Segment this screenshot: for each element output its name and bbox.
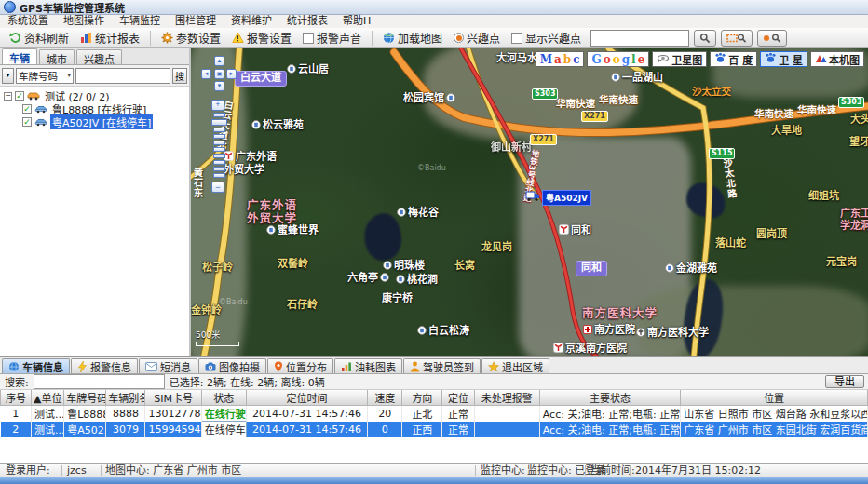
pan-center-button[interactable]: ▣ <box>214 69 224 79</box>
radio-icon[interactable] <box>454 33 464 43</box>
map-search-button[interactable] <box>694 30 716 47</box>
map-label: 细姐坑 <box>808 191 839 203</box>
rect-select-search-button[interactable] <box>721 30 753 47</box>
menu-item-1[interactable]: 地图操作 <box>56 15 112 28</box>
table-cell: 3079 <box>106 422 145 437</box>
collapse-icon[interactable]: − <box>4 92 12 101</box>
app-icon <box>4 1 16 13</box>
plate-search-input[interactable] <box>75 68 170 84</box>
menu-item-2[interactable]: 车辆监控 <box>112 15 168 28</box>
column-header-11[interactable]: 主要状态 <box>539 390 680 406</box>
column-header-1[interactable]: ▲单位 <box>32 390 64 406</box>
bottom-tab-3[interactable]: 图像拍摄 <box>198 358 266 373</box>
toolbar-button-2[interactable]: 参数设置 <box>156 29 226 47</box>
column-header-5[interactable]: 状态 <box>201 390 246 406</box>
map-label: 龙见岗 <box>481 242 512 254</box>
grid-search-input[interactable] <box>34 374 165 389</box>
zoom-out-button[interactable]: − <box>211 182 224 193</box>
bottom-tab-2[interactable]: 短消息 <box>139 358 197 373</box>
menu-item-5[interactable]: 统计报表 <box>279 15 335 28</box>
zoom-tick <box>213 141 225 145</box>
tree-group-row[interactable]: −✓测试 (2/ 0/ 2) <box>0 89 189 102</box>
map-provider-2[interactable]: 卫星图 <box>652 51 707 67</box>
tree-vehicle-row[interactable]: ✓鲁L8888 [在线行驶] <box>0 102 189 115</box>
toolbar-button-3[interactable]: 报警设置 <box>226 29 297 47</box>
pan-up-button[interactable]: ▲ <box>214 56 224 66</box>
bottom-tab-0[interactable]: 车辆信息 <box>2 358 70 373</box>
menu-item-6[interactable]: 帮助H <box>335 15 378 28</box>
column-header-12[interactable]: 位置 <box>681 390 868 406</box>
checkbox-icon[interactable]: ✓ <box>15 91 24 101</box>
map-provider-5[interactable]: 本机图 <box>810 51 864 67</box>
filter-dropdown-button[interactable]: ▾ <box>2 68 14 84</box>
toolbar-separator <box>150 31 151 46</box>
pan-left-button[interactable]: ◄ <box>201 69 211 79</box>
toolbar-button-5[interactable]: 加载地图 <box>377 29 448 47</box>
column-header-7[interactable]: 速度 <box>368 390 402 406</box>
plate-search-button[interactable]: 搜 <box>172 68 187 84</box>
table-cell: 13012778400 <box>145 406 201 422</box>
checkbox-icon[interactable]: ✓ <box>22 104 32 114</box>
toolbar-button-6[interactable]: 兴趣点 <box>448 29 506 47</box>
column-header-9[interactable]: 定位 <box>442 390 474 406</box>
map-scale: 500米 <box>196 329 239 346</box>
zoom-slider[interactable] <box>211 113 226 178</box>
table-row[interactable]: 2测试...粤A502...307915994594434在线停车2014-07… <box>1 422 868 437</box>
export-button[interactable]: 导出 <box>825 375 864 388</box>
column-header-3[interactable]: 车辆别名 <box>106 390 145 406</box>
toolbar-button-0[interactable]: 资料刷新 <box>4 29 75 47</box>
road-shield: X271 <box>581 111 608 122</box>
b-icon <box>383 261 392 274</box>
map-provider-4[interactable]: 卫 星 <box>760 51 807 67</box>
pan-right-button[interactable]: ► <box>226 69 237 79</box>
map-center-status: 地图中心: 广东省 广州市 市区 <box>105 464 241 477</box>
zoom-in-button[interactable]: + <box>211 100 224 111</box>
zoom-handle[interactable] <box>211 119 227 126</box>
table-cell: Acc: 关;油电: 正常;电瓶: 正常;未... <box>539 422 680 437</box>
bottom-tab-5[interactable]: 油耗图表 <box>334 358 402 373</box>
bottom-tab-7[interactable]: 退出区域 <box>481 358 549 373</box>
column-header-8[interactable]: 方向 <box>402 390 442 406</box>
pan-down-button[interactable]: ▼ <box>214 81 224 91</box>
map-canvas[interactable]: 白云大道同和云山居松云雅苑松园宾馆蜜蜂世界大河马水上世界一品湖山梅花谷明珠楼六角… <box>191 48 868 356</box>
map-label-text: 松园宾馆 <box>403 92 444 104</box>
menu-item-4[interactable]: 资料维护 <box>224 15 279 28</box>
sidebar-tab-2[interactable]: 兴趣点 <box>76 49 122 64</box>
sidebar-tab-0[interactable]: 车辆 <box>2 48 37 64</box>
checkbox-icon[interactable] <box>511 33 522 44</box>
b-icon <box>396 275 405 288</box>
toolbar-button-4[interactable]: 报警声音 <box>297 29 367 47</box>
column-header-4[interactable]: SIM卡号 <box>145 390 201 406</box>
menu-item-0[interactable]: 系统设置 <box>0 15 56 28</box>
table-row[interactable]: 1测试...鲁L8888888813012778400在线行驶2014-07-3… <box>1 406 868 422</box>
table-cell: 鲁L8888 <box>64 406 106 422</box>
tree-vehicle-row[interactable]: ✓粤A502JV [在线停车] <box>0 115 189 128</box>
checkbox-icon[interactable] <box>303 33 314 44</box>
bottom-tab-6[interactable]: 驾驶员签到 <box>403 358 481 373</box>
map-provider-1[interactable]: Google <box>587 51 649 67</box>
menu-item-3[interactable]: 围栏管理 <box>168 15 224 28</box>
map-provider-bar: MabcGoogle卫星图百 度卫 星本机图 <box>536 51 864 67</box>
map-label: 圆岗顶 <box>756 229 787 241</box>
map-label: 黄石东 <box>192 168 203 198</box>
column-header-0[interactable]: 序号 <box>1 390 32 406</box>
column-header-10[interactable]: 未处理报警 <box>474 390 539 406</box>
logo-letter: e <box>638 53 645 66</box>
bottom-tab-1[interactable]: 报警信息 <box>71 358 138 373</box>
toolbar-button-1[interactable]: 统计报表 <box>75 29 145 47</box>
map-provider-3[interactable]: 百 度 <box>710 51 757 67</box>
table-cell: 8888 <box>106 406 145 422</box>
toolbar-button-7[interactable]: 显示兴趣点 <box>506 29 587 47</box>
map-provider-0[interactable]: Mabc <box>536 51 585 67</box>
b-icon <box>287 64 296 77</box>
sidebar-tab-1[interactable]: 城市 <box>39 49 75 64</box>
poi-search-button[interactable] <box>757 30 787 47</box>
column-header-6[interactable]: 定位时间 <box>246 390 367 406</box>
checkbox-icon[interactable]: ✓ <box>22 117 32 127</box>
bottom-tab-4[interactable]: 位置分布 <box>267 358 333 373</box>
filter-field-combo[interactable]: 车牌号码 ▾ <box>16 68 74 84</box>
table-cell <box>474 406 539 422</box>
column-header-2[interactable]: 车牌号码 <box>64 390 106 406</box>
toolbar-search-input[interactable] <box>590 30 689 47</box>
vehicle-marker[interactable]: 粤A502JV <box>525 190 591 206</box>
